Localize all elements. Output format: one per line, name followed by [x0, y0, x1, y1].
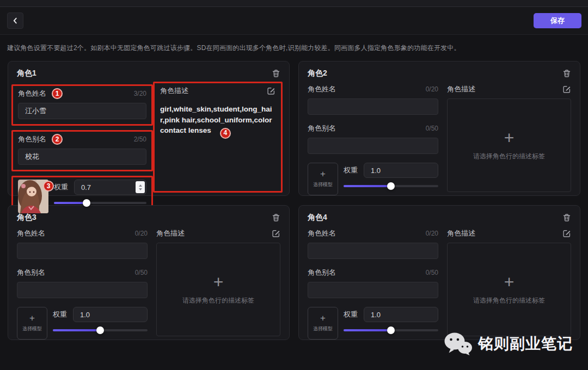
slider-thumb[interactable] [96, 326, 104, 334]
description-tags-text[interactable]: girl,white_skin,student,long_hair,pink h… [160, 104, 275, 139]
character-alias-input[interactable] [308, 138, 438, 154]
weight-slider[interactable] [344, 185, 438, 187]
annotation-badge-1: 1 [52, 88, 63, 99]
weight-slider[interactable] [344, 329, 438, 331]
chevron-left-icon [11, 17, 19, 24]
character-alias-input[interactable] [308, 282, 438, 298]
annotation-badge-3: 3 [43, 181, 54, 192]
edit-description-button[interactable] [562, 229, 571, 238]
annotation-badge-4: 4 [220, 128, 231, 139]
description-label: 角色描述 [160, 86, 188, 96]
weight-input[interactable] [364, 163, 438, 178]
trash-icon [272, 213, 280, 222]
wechat-icon [444, 332, 473, 356]
plus-icon: + [213, 274, 224, 289]
description-placeholder: 请选择角色行的描述标签 [182, 296, 254, 305]
weight-stepper[interactable] [136, 181, 145, 193]
alias-label: 角色别名 [18, 134, 46, 144]
weight-slider[interactable] [54, 202, 146, 204]
annotated-name-field: 角色姓名 1 3/20 [11, 84, 153, 126]
back-button[interactable] [7, 13, 23, 29]
delete-character-button[interactable] [272, 213, 280, 222]
watermark: 铭则副业笔记 [444, 332, 573, 356]
character-name-input[interactable] [308, 243, 438, 259]
slider-thumb[interactable] [83, 199, 90, 207]
description-tags-picker[interactable]: + 请选择角色行的描述标签 [447, 243, 571, 336]
stepper-up-icon[interactable] [139, 184, 142, 187]
trash-icon [272, 69, 280, 78]
description-label: 角色描述 [447, 229, 475, 238]
top-bar: 保存 [0, 8, 588, 35]
alias-label: 角色别名 [308, 124, 336, 133]
alias-counter: 0/50 [135, 269, 148, 276]
character-name-input[interactable] [17, 243, 148, 259]
character-name-input[interactable] [18, 103, 146, 119]
plus-icon: + [320, 314, 326, 322]
character-alias-input[interactable] [18, 149, 146, 165]
name-counter: 0/20 [135, 230, 148, 237]
slider-thumb[interactable] [387, 182, 395, 190]
edit-icon [562, 229, 571, 238]
select-model-button[interactable]: + 选择模型 [17, 307, 47, 340]
edit-icon [267, 87, 275, 95]
select-model-button[interactable]: + 选择模型 [308, 307, 338, 340]
trash-icon [562, 69, 571, 78]
name-counter: 3/20 [134, 90, 146, 97]
save-button[interactable]: 保存 [534, 13, 581, 28]
name-counter: 0/20 [426, 85, 438, 93]
edit-description-button[interactable] [272, 229, 280, 238]
annotation-badge-2: 2 [52, 134, 63, 145]
alias-label: 角色别名 [17, 268, 45, 278]
edit-description-button[interactable] [267, 87, 275, 95]
annotated-alias-field: 角色别名 2 2/50 [11, 130, 153, 171]
character-name-input[interactable] [308, 98, 438, 115]
delete-character-button[interactable] [272, 69, 280, 78]
panel-title: 角色1 [17, 69, 36, 78]
alias-counter: 2/50 [134, 135, 146, 143]
select-model-button[interactable]: + 选择模型 [308, 163, 338, 195]
weight-input[interactable] [364, 307, 438, 322]
plus-icon: + [504, 274, 514, 289]
panel-title: 角色2 [308, 69, 327, 78]
plus-icon: + [504, 130, 514, 145]
description-placeholder: 请选择角色行的描述标签 [473, 296, 545, 305]
name-counter: 0/20 [426, 230, 438, 237]
character-settings-page: 保存 建议角色设置不要超过2个。如剧本中无固定角色可跳过该步骤。SD在同画面的出… [0, 0, 588, 370]
description-label: 角色描述 [156, 229, 185, 238]
weight-label: 权重 [344, 165, 358, 175]
plus-icon: + [29, 314, 35, 322]
character-panel-2: 角色2 角色姓名 0/20 角色别名 [298, 61, 580, 196]
description-placeholder: 请选择角色行的描述标签 [473, 152, 545, 161]
annotated-description-field: 角色描述 girl,white_skin,student,long_hair,p… [153, 82, 283, 193]
slider-thumb[interactable] [387, 326, 395, 334]
delete-character-button[interactable] [562, 213, 571, 222]
edit-icon [272, 229, 280, 238]
edit-description-button[interactable] [562, 85, 571, 94]
name-label: 角色姓名 [308, 229, 336, 238]
plus-icon: + [320, 170, 326, 178]
weight-input[interactable] [73, 307, 148, 322]
delete-character-button[interactable] [562, 69, 571, 78]
watermark-text: 铭则副业笔记 [478, 334, 573, 354]
weight-label: 权重 [54, 182, 68, 192]
weight-slider[interactable] [53, 329, 148, 331]
notice-text: 建议角色设置不要超过2个。如剧本中无固定角色可跳过该步骤。SD在同画面的出现多个… [7, 44, 581, 53]
window-top-strip [0, 0, 588, 7]
name-label: 角色姓名 [18, 89, 46, 98]
character-panel-4: 角色4 角色姓名 0/20 角色别名 [298, 205, 580, 340]
description-tags-picker[interactable]: + 请选择角色行的描述标签 [447, 98, 571, 192]
alias-counter: 0/50 [426, 269, 438, 276]
stepper-down-icon[interactable] [139, 188, 142, 190]
weight-label: 权重 [53, 310, 67, 319]
description-tags-picker[interactable]: + 请选择角色行的描述标签 [156, 243, 280, 336]
character-panel-1: 角色1 角色姓名 1 3/20 [8, 61, 290, 196]
panel-title: 角色4 [308, 213, 327, 223]
name-label: 角色姓名 [308, 84, 336, 94]
edit-icon [562, 85, 571, 94]
character-alias-input[interactable] [17, 282, 148, 298]
weight-label: 权重 [344, 310, 358, 319]
character-panels-grid: 角色1 角色姓名 1 3/20 [8, 61, 580, 340]
alias-label: 角色别名 [308, 268, 336, 278]
description-label: 角色描述 [447, 84, 475, 94]
trash-icon [562, 213, 571, 222]
